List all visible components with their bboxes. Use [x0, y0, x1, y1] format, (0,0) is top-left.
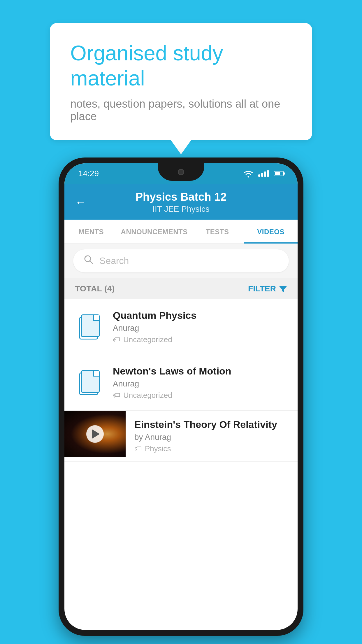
top-promo-section: Organised study material notes, question… [0, 0, 362, 163]
item-author: by Anurag [134, 433, 289, 442]
search-icon [84, 255, 94, 267]
phone-screen: 14:29 [64, 163, 298, 630]
filter-icon [279, 285, 287, 293]
page-front [81, 370, 100, 393]
play-button[interactable] [86, 425, 104, 443]
total-count: TOTAL (4) [75, 284, 115, 293]
video-thumbnail [64, 411, 126, 457]
document-icon [79, 370, 100, 395]
item-tag: 🏷 Physics [134, 444, 289, 453]
svg-marker-2 [279, 286, 287, 292]
tab-videos[interactable]: VIDEOS [244, 220, 298, 244]
doc-icon-wrap [75, 370, 104, 395]
item-title: Einstein's Theory Of Relativity [134, 419, 289, 430]
item-title: Newton's Laws of Motion [113, 365, 287, 377]
header-subtitle: IIT JEE Physics [136, 204, 227, 214]
list-item[interactable]: Quantum Physics Anurag 🏷 Uncategorized [64, 299, 298, 355]
tag-label: Uncategorized [123, 335, 172, 344]
page-front [81, 314, 100, 337]
play-icon [92, 429, 100, 439]
tab-tests[interactable]: TESTS [191, 220, 244, 244]
tag-icon: 🏷 [113, 391, 120, 400]
item-info: Newton's Laws of Motion Anurag 🏷 Uncateg… [113, 365, 287, 400]
tag-label: Physics [145, 444, 171, 453]
list-item[interactable]: Einstein's Theory Of Relativity by Anura… [64, 411, 298, 462]
status-time: 14:29 [78, 169, 99, 178]
back-button[interactable]: ← [75, 196, 87, 209]
item-info: Einstein's Theory Of Relativity by Anura… [126, 411, 298, 461]
header-title: Physics Batch 12 [136, 191, 227, 203]
signal-icon [258, 170, 269, 177]
phone-notch [158, 163, 204, 181]
bubble-subtitle: notes, question papers, solutions all at… [70, 98, 292, 123]
speech-bubble: Organised study material notes, question… [50, 23, 312, 141]
video-list: Quantum Physics Anurag 🏷 Uncategorized [64, 299, 298, 462]
item-author: Anurag [113, 323, 287, 333]
tag-icon: 🏷 [113, 335, 120, 344]
battery-icon [274, 171, 284, 176]
wifi-icon [243, 169, 254, 178]
phone-wrapper: 14:29 [59, 158, 303, 636]
item-author: Anurag [113, 379, 287, 388]
list-item[interactable]: Newton's Laws of Motion Anurag 🏷 Uncateg… [64, 355, 298, 411]
filter-label: FILTER [248, 284, 276, 293]
app-header: ← Physics Batch 12 IIT JEE Physics [64, 184, 298, 220]
item-tag: 🏷 Uncategorized [113, 391, 287, 400]
header-center: Physics Batch 12 IIT JEE Physics [136, 191, 227, 214]
tabs-bar: MENTS ANNOUNCEMENTS TESTS VIDEOS [64, 220, 298, 244]
camera [178, 169, 184, 175]
tag-icon: 🏷 [134, 444, 142, 453]
bubble-title: Organised study material [70, 41, 292, 91]
item-tag: 🏷 Uncategorized [113, 335, 287, 344]
tab-ments[interactable]: MENTS [64, 220, 118, 244]
document-icon [79, 314, 100, 340]
phone-device: 14:29 [59, 158, 303, 636]
doc-icon-wrap [75, 314, 104, 340]
item-info: Quantum Physics Anurag 🏷 Uncategorized [113, 310, 287, 344]
tab-announcements[interactable]: ANNOUNCEMENTS [118, 220, 191, 244]
filter-row: TOTAL (4) FILTER [64, 278, 298, 299]
item-title: Quantum Physics [113, 310, 287, 321]
search-placeholder: Search [99, 256, 129, 266]
tag-label: Uncategorized [123, 391, 172, 400]
filter-button[interactable]: FILTER [248, 284, 287, 293]
search-bar-section: Search [64, 244, 298, 278]
status-icons [243, 169, 284, 178]
search-bar[interactable]: Search [73, 249, 289, 272]
svg-line-1 [90, 261, 93, 264]
